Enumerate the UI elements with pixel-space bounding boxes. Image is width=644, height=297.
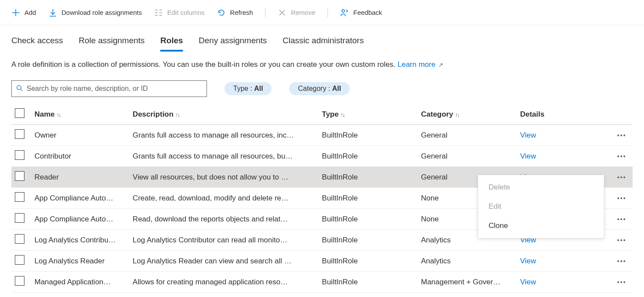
cell-name: Log Analytics Reader (31, 251, 129, 272)
download-button[interactable]: Download role assignments (48, 8, 142, 17)
svg-point-0 (342, 10, 344, 12)
category-filter-label: Category : (298, 85, 332, 92)
category-filter[interactable]: Category : All (289, 82, 350, 95)
cell-type: BuiltInRole (318, 125, 417, 146)
row-checkbox[interactable] (15, 234, 24, 244)
category-filter-value: All (332, 85, 341, 92)
sort-icon: ↑↓ (175, 111, 179, 118)
add-label: Add (24, 9, 36, 16)
cell-category: Management + Gover… (417, 272, 517, 293)
cell-category: General (417, 125, 517, 146)
row-checkbox[interactable] (15, 150, 24, 160)
cell-description: Log Analytics Contributor can read all m… (129, 230, 318, 251)
download-icon (48, 8, 57, 17)
select-all-checkbox[interactable] (15, 108, 24, 118)
feedback-label: Feedback (353, 9, 382, 16)
table-row[interactable]: Managed Application…Allows for creating … (11, 272, 633, 293)
cell-type: BuiltInRole (318, 188, 417, 209)
search-icon (16, 85, 23, 93)
cell-name: Log Analytics Contribu… (31, 230, 129, 251)
edit-columns-label: Edit columns (167, 9, 205, 16)
sort-icon: ↑↓ (455, 111, 459, 118)
table-header-row: Name↑↓ Description↑↓ Type↑↓ Category↑↓ D… (11, 104, 633, 125)
row-checkbox[interactable] (15, 276, 24, 286)
x-icon (278, 8, 286, 17)
cell-category: General (417, 146, 517, 167)
add-button[interactable]: Add (11, 8, 36, 17)
cell-name: App Compliance Auto… (31, 188, 129, 209)
row-checkbox[interactable] (15, 192, 24, 202)
row-checkbox[interactable] (15, 213, 24, 223)
row-more-button[interactable] (614, 135, 629, 136)
description-text: A role definition is a collection of per… (11, 60, 397, 69)
cell-name: Owner (31, 125, 129, 146)
menu-edit: Edit (478, 197, 604, 216)
view-link[interactable]: View (520, 152, 536, 160)
tabs: Check access Role assignments Roles Deny… (0, 25, 644, 52)
header-name[interactable]: Name↑↓ (31, 104, 129, 125)
header-description[interactable]: Description↑↓ (129, 104, 318, 125)
header-type[interactable]: Type↑↓ (318, 104, 417, 125)
header-category[interactable]: Category↑↓ (417, 104, 517, 125)
toolbar: Add Download role assignments Edit colum… (0, 0, 644, 25)
row-checkbox[interactable] (15, 129, 24, 139)
cell-type: BuiltInRole (318, 167, 417, 188)
type-filter[interactable]: Type : All (224, 82, 272, 95)
table-row[interactable]: OwnerGrants full access to manage all re… (11, 125, 633, 146)
feedback-button[interactable]: Feedback (340, 8, 382, 17)
download-label: Download role assignments (62, 9, 142, 16)
cell-description: Allows for creating managed application … (129, 272, 318, 293)
row-checkbox[interactable] (15, 171, 24, 181)
cell-type: BuiltInRole (318, 251, 417, 272)
search-input[interactable] (27, 85, 202, 93)
plus-icon (11, 8, 20, 17)
cell-description: Grants full access to manage all resourc… (129, 146, 318, 167)
table-row[interactable]: Log Analytics ReaderLog Analytics Reader… (11, 251, 633, 272)
view-link[interactable]: View (520, 131, 536, 139)
tab-classic-administrators[interactable]: Classic administrators (282, 36, 364, 52)
tab-check-access[interactable]: Check access (11, 36, 63, 52)
svg-point-1 (17, 85, 21, 90)
tab-roles[interactable]: Roles (160, 36, 183, 52)
cell-name: Reader (31, 167, 129, 188)
row-more-button[interactable] (614, 176, 629, 178)
page-description: A role definition is a collection of per… (0, 52, 644, 69)
table-row[interactable]: ContributorGrants full access to manage … (11, 146, 633, 167)
row-context-menu: Delete Edit Clone (478, 175, 604, 238)
refresh-icon (217, 8, 226, 17)
cell-description: Read, download the reports objects and r… (129, 209, 318, 230)
refresh-button[interactable]: Refresh (217, 8, 253, 17)
cell-name: App Compliance Auto… (31, 209, 129, 230)
cell-description: Create, read, download, modify and delet… (129, 188, 318, 209)
menu-delete: Delete (478, 178, 604, 197)
cell-type: BuiltInRole (318, 272, 417, 293)
sort-icon: ↑↓ (341, 111, 344, 118)
cell-description: View all resources, but does not allow y… (129, 167, 318, 188)
learn-more-link[interactable]: Learn more ↗ (397, 60, 443, 69)
cell-type: BuiltInRole (318, 146, 417, 167)
type-filter-label: Type : (233, 85, 254, 92)
refresh-label: Refresh (230, 9, 253, 16)
remove-button: Remove (278, 8, 315, 17)
tab-role-assignments[interactable]: Role assignments (79, 36, 145, 52)
toolbar-divider (265, 8, 265, 17)
row-more-button[interactable] (614, 197, 629, 199)
menu-clone[interactable]: Clone (478, 216, 604, 235)
feedback-icon (340, 8, 349, 17)
row-more-button[interactable] (614, 281, 629, 283)
row-more-button[interactable] (614, 239, 629, 241)
row-checkbox[interactable] (15, 255, 24, 265)
cell-category: Analytics (417, 251, 517, 272)
tab-deny-assignments[interactable]: Deny assignments (199, 36, 267, 52)
view-link[interactable]: View (520, 257, 536, 265)
row-more-button[interactable] (614, 218, 629, 220)
row-more-button[interactable] (614, 155, 629, 157)
cell-description: Log Analytics Reader can view and search… (129, 251, 318, 272)
edit-columns-button: Edit columns (154, 8, 205, 17)
search-box[interactable] (11, 80, 207, 97)
row-more-button[interactable] (614, 260, 629, 262)
view-link[interactable]: View (520, 278, 536, 286)
external-link-icon: ↗ (438, 62, 443, 68)
roles-table-wrap: Name↑↓ Description↑↓ Type↑↓ Category↑↓ D… (0, 104, 644, 293)
filter-bar: Type : All Category : All (0, 69, 644, 104)
